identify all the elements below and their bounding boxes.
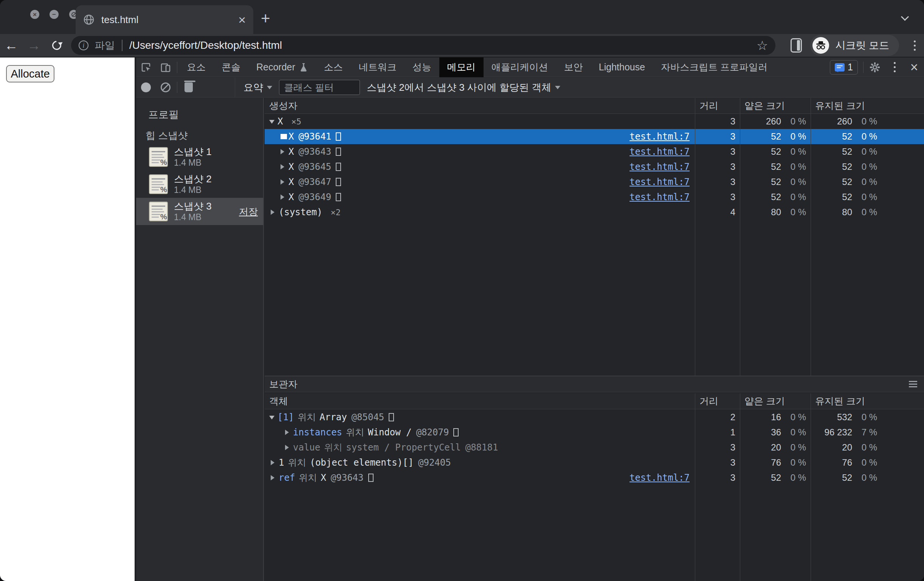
allocate-button[interactable]: Allocate <box>6 65 54 83</box>
address-bar[interactable]: i 파일 /Users/yceffort/Desktop/test.html ☆ <box>71 36 776 55</box>
device-toolbar-icon[interactable] <box>156 58 175 77</box>
devtools-tab-5[interactable]: 네트워크 <box>351 58 404 77</box>
constructor-row-1[interactable]: X×532600 %2600 % <box>265 114 924 129</box>
constructor-row-2[interactable]: X@93641test.html:73520 %520 % <box>265 129 924 144</box>
devtools-panel: 요소콘솔Recorder소스네트워크성능메모리애플리케이션보안Lighthous… <box>135 58 924 581</box>
clear-profiles-icon[interactable] <box>156 78 175 97</box>
bookmark-star-icon[interactable]: ☆ <box>757 38 768 53</box>
source-link[interactable]: test.html:7 <box>629 146 695 157</box>
reload-button[interactable] <box>45 41 68 50</box>
devtools-tab-8[interactable]: 애플리케이션 <box>483 58 556 77</box>
collapsed-arrow-icon[interactable] <box>280 194 287 200</box>
constructor-row-4[interactable]: X@93645test.html:73520 %520 % <box>265 159 924 174</box>
retainer-row-5[interactable]: ref위치X@93643test.html:73520 %520 % <box>265 470 924 485</box>
shallow-size-cell: 800 % <box>740 205 810 220</box>
perspective-select[interactable]: 요약 <box>244 81 272 94</box>
tab-close-icon[interactable]: × <box>238 13 246 26</box>
window-close-button[interactable]: × <box>30 10 39 19</box>
snapshot-item-1[interactable]: %스냅샷 11.4 MB <box>136 143 263 170</box>
collapsed-arrow-icon[interactable] <box>285 430 292 435</box>
tofu-box-glyph <box>336 132 341 141</box>
collapsed-arrow-icon[interactable] <box>285 445 292 450</box>
url-divider <box>122 40 122 51</box>
snapshot-range-select[interactable]: 스냅샷 2에서 스냅샷 3 사이에 할당된 객체 <box>367 81 560 94</box>
devtools-tab-1[interactable]: 요소 <box>179 58 214 77</box>
size-percent: 0 % <box>781 131 810 142</box>
instance-count: ×5 <box>291 117 301 126</box>
reload-icon <box>50 39 63 52</box>
devtools-close-button[interactable]: × <box>904 58 924 77</box>
devtools-tab-4[interactable]: 소스 <box>316 58 351 77</box>
snapshot-item-3[interactable]: %스냅샷 31.4 MB저장 <box>136 198 263 225</box>
expanded-arrow-icon[interactable] <box>269 120 274 126</box>
tree-item: X@93647 <box>279 177 341 187</box>
window-minimize-button[interactable]: − <box>50 10 59 19</box>
constructor-row-6[interactable]: X@93649test.html:73520 %520 % <box>265 189 924 205</box>
devtools-tab-9[interactable]: 보안 <box>556 58 591 77</box>
collapsed-arrow-icon[interactable] <box>271 475 277 480</box>
devtools-tab-10[interactable]: Lighthouse <box>591 58 653 77</box>
object-name: (object elements)[] <box>310 457 414 468</box>
retainer-row-2[interactable]: instances위치Window /@820791360 %96 2327 % <box>265 425 924 440</box>
source-link[interactable]: test.html:7 <box>629 177 695 187</box>
constructor-row-3[interactable]: X@93643test.html:73520 %520 % <box>265 144 924 159</box>
retainers-menu-icon[interactable] <box>909 381 917 387</box>
devtools-tab-6[interactable]: 성능 <box>404 58 439 77</box>
info-icon[interactable]: i <box>79 40 89 50</box>
collapsed-arrow-icon[interactable] <box>280 149 287 154</box>
constructors-header-row[interactable]: 생성자 거리 얕은 크기 유지된 크기 <box>265 98 924 114</box>
collapsed-arrow-icon[interactable] <box>280 134 287 139</box>
new-tab-button[interactable]: + <box>261 11 270 26</box>
browser-menu-button[interactable] <box>905 40 924 51</box>
devtools-tab-label: Recorder <box>256 62 295 73</box>
collapsed-arrow-icon[interactable] <box>280 179 287 185</box>
browser-tab[interactable]: test.html × <box>76 5 253 34</box>
property-name: value <box>293 442 320 453</box>
size-percent: 0 % <box>852 131 924 142</box>
devtools-tab-11[interactable]: 자바스크립트 프로파일러 <box>653 58 776 77</box>
retainer-row-1[interactable]: [1]위치Array@850452160 %5320 % <box>265 410 924 425</box>
source-link[interactable]: test.html:7 <box>629 472 695 483</box>
constructor-row-5[interactable]: X@93647test.html:73520 %520 % <box>265 174 924 189</box>
inspect-element-icon[interactable] <box>136 58 156 77</box>
snapshot-item-2[interactable]: %스냅샷 21.4 MB <box>136 170 263 198</box>
snapshot-save-link[interactable]: 저장 <box>239 205 258 218</box>
devtools-tab-3[interactable]: Recorder <box>248 58 316 77</box>
class-filter-input[interactable] <box>279 80 360 95</box>
tree-item: 1위치(object elements)[]@92405 <box>269 457 451 468</box>
retainer-row-4[interactable]: 1위치(object elements)[]@924053760 %760 % <box>265 455 924 470</box>
delete-profile-icon[interactable] <box>179 78 198 97</box>
object-id: @93645 <box>298 162 331 172</box>
expanded-arrow-icon[interactable] <box>269 416 274 422</box>
collapsed-arrow-icon[interactable] <box>280 164 287 169</box>
distance-cell: 3 <box>695 129 740 144</box>
devtools-menu-button[interactable] <box>885 58 904 77</box>
issues-button[interactable]: 1 <box>830 60 858 74</box>
collapsed-arrow-icon[interactable] <box>271 460 277 465</box>
constructor-cell: X@93645test.html:7 <box>265 159 695 174</box>
devtools-tab-2[interactable]: 콘솔 <box>214 58 248 77</box>
retainers-header-row[interactable]: 객체 거리 얕은 크기 유지된 크기 <box>265 393 924 409</box>
settings-gear-icon[interactable] <box>865 58 885 77</box>
retainers-section-bar[interactable]: 보관자 <box>265 376 924 392</box>
forward-button[interactable]: → <box>23 38 45 52</box>
retained-size-cell: 800 % <box>810 205 924 220</box>
record-heap-icon[interactable] <box>136 78 156 97</box>
snapshot-icon: % <box>149 147 168 167</box>
side-panel-icon[interactable] <box>790 38 802 53</box>
retainer-row-3[interactable]: value위치system / PropertyCell@881813200 %… <box>265 440 924 455</box>
collapsed-arrow-icon[interactable] <box>271 210 277 215</box>
object-name: Window / <box>368 427 412 438</box>
retainer-cell: 1위치(object elements)[]@92405 <box>265 455 695 470</box>
devtools-tab-7[interactable]: 메모리 <box>439 58 483 77</box>
source-link[interactable]: test.html:7 <box>629 162 695 172</box>
size-percent: 0 % <box>852 146 924 157</box>
constructor-row-7[interactable]: (system)×24800 %800 % <box>265 205 924 220</box>
devtools-tab-label: 소스 <box>324 61 343 73</box>
source-link[interactable]: test.html:7 <box>629 192 695 202</box>
tree-item: X@93643 <box>279 146 341 157</box>
tab-search-chevron-icon[interactable] <box>901 13 909 20</box>
back-button[interactable]: ← <box>0 38 23 52</box>
source-link[interactable]: test.html:7 <box>629 131 695 142</box>
object-id: @93647 <box>298 177 331 187</box>
